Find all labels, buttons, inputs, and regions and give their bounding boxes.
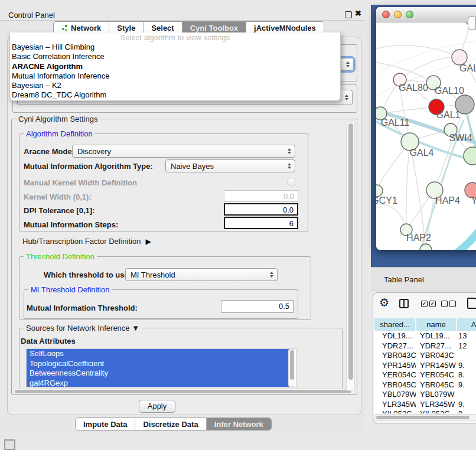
attribute-list-item[interactable]: BetweennessCentrality <box>27 369 289 379</box>
network-window-titlebar <box>376 7 476 22</box>
dpi-tolerance-label: DPI Tolerance [0,1]: <box>24 206 94 215</box>
hub-tf-definition-label: Hub/Transcription Factor Definition <box>22 237 141 246</box>
attribute-list-item[interactable]: gal4RGexp <box>27 379 289 388</box>
dropdown-item[interactable]: Mutual Information Inference <box>10 71 340 81</box>
apply-button[interactable]: Apply <box>139 400 175 413</box>
mi-threshold-field[interactable]: 0.5 <box>221 300 294 313</box>
tab-label: Select <box>151 24 174 32</box>
columns-icon[interactable] <box>399 299 409 308</box>
network-canvas[interactable]: GALGAL80GAL10GAL1GAL11SWI4GAL4GCY1HAP4YH… <box>376 22 476 250</box>
collapse-down-icon[interactable]: ▼ <box>132 324 139 332</box>
network-node-label: GAL1 <box>436 110 461 120</box>
tab-label: Impute Data <box>83 420 127 429</box>
column-header[interactable]: A <box>457 318 476 331</box>
cell-name: YER054C <box>416 370 457 380</box>
deselect-checkbox-icon[interactable] <box>441 301 448 307</box>
table-row[interactable]: YBL079W YBL079W <box>374 390 476 400</box>
export-table-icon[interactable] <box>467 298 476 309</box>
selected-value: Naive Bayes <box>171 162 214 171</box>
cell-name: YBR043C <box>416 351 457 361</box>
mi-threshold-label: Mutual Information Threshold: <box>27 304 138 312</box>
kernel-width-field[interactable]: 0.0 <box>224 190 298 202</box>
network-node[interactable] <box>455 95 474 114</box>
attribute-list-item[interactable]: SelfLoops <box>27 349 289 359</box>
settings-vertical-scrollbar[interactable] <box>346 122 355 391</box>
manual-kernel-width-label: Manual Kernel Width Definition <box>24 178 137 187</box>
cyni-algorithm-settings-group: Cyni Algorithm Settings Algorithm Defini… <box>11 119 357 395</box>
data-attributes-list[interactable]: SelfLoops TopologicalCoefficient Between… <box>26 348 296 387</box>
table-panel-title: Table Panel <box>384 275 424 284</box>
dropdown-item[interactable]: ARACNE Algorithm <box>10 62 340 71</box>
table-row[interactable]: YPR145W YPR145W 9. <box>374 361 476 371</box>
dropdown-item[interactable]: Bayesian – K2 <box>10 81 340 90</box>
table-row[interactable]: YDL19... YDL19... 13 <box>374 331 476 341</box>
sources-title: Sources for Network Inference <box>26 324 130 332</box>
dpi-tolerance-field[interactable]: 0.0 <box>224 203 298 216</box>
tab-label: Style <box>117 24 135 32</box>
aracne-mode-select[interactable]: Discovery <box>72 145 295 158</box>
column-header[interactable]: name <box>416 318 456 331</box>
cell-value: 13 <box>457 331 476 341</box>
minimize-window-icon[interactable] <box>394 11 402 18</box>
cell-value: 9. <box>457 400 476 410</box>
combo-arrows-icon <box>288 148 291 154</box>
select-all-checkbox-icon[interactable]: ✓ <box>429 301 436 307</box>
mi-steps-field[interactable]: 6 <box>224 217 298 229</box>
kernel-width-label: Kernel Width (0,1): <box>24 193 92 201</box>
dropdown-item[interactable]: Basic Correlation Inference <box>10 52 340 61</box>
cell-shared-name: YDR27... <box>374 341 416 351</box>
attributes-scrollbar[interactable] <box>288 349 295 387</box>
which-threshold-select[interactable]: MI Threshold <box>125 268 278 281</box>
table-row[interactable]: YLR345W YLR345W 9. <box>374 400 476 410</box>
settings-horizontal-scrollbar[interactable] <box>13 388 354 394</box>
bottom-tab[interactable]: Impute Data <box>76 418 135 430</box>
control-panel-tab[interactable]: Style <box>109 22 143 34</box>
close-panel-icon[interactable]: ✖ <box>355 9 361 18</box>
bottom-tab[interactable]: Discretize Data <box>135 418 206 430</box>
deselect-checkbox-icon[interactable] <box>449 301 456 307</box>
attribute-list-item[interactable]: TopologicalCoefficient <box>27 359 289 369</box>
network-node-label: HAP2 <box>406 233 431 243</box>
network-node-label: GAL <box>459 63 476 73</box>
table-row[interactable]: YBR043C YBR043C <box>374 351 476 361</box>
manual-kernel-width-checkbox[interactable] <box>288 178 295 185</box>
float-panel-icon[interactable] <box>345 11 352 18</box>
control-panel-tab[interactable]: Select <box>143 22 181 34</box>
network-window[interactable]: GALGAL80GAL10GAL1GAL11SWI4GAL4GCY1HAP4YH… <box>376 7 476 250</box>
mi-steps-label: Mutual Information Steps: <box>24 220 118 229</box>
control-panel-tab[interactable]: jActiveMNodules <box>246 22 324 34</box>
mi-algorithm-type-select[interactable]: Naive Bayes <box>165 159 295 172</box>
control-panel-tab[interactable]: Network <box>54 22 109 34</box>
column-header[interactable]: shared... <box>374 318 415 331</box>
application-root: Control Panel ✖ Network Style Select Cyn… <box>0 0 476 450</box>
table-row[interactable]: YDR27... YDR27... 12 <box>374 341 476 351</box>
table-row[interactable]: YER054C YER054C 8. <box>374 370 476 380</box>
gear-icon[interactable]: ⚙ <box>379 296 389 309</box>
cell-name: YIL052C <box>416 409 457 413</box>
selected-value: MI Threshold <box>131 270 175 279</box>
collapsed-panel-icon[interactable] <box>4 439 15 450</box>
cell-name: YDL19... <box>416 331 457 341</box>
network-node[interactable] <box>464 147 476 165</box>
cell-value <box>457 351 476 361</box>
window-edge-handle[interactable] <box>468 17 476 30</box>
cell-shared-name: YBL079W <box>374 390 416 400</box>
table-row[interactable]: YIL052C YIL052C 9. <box>374 409 476 413</box>
table-row[interactable]: YBR045C YBR045C 9. <box>374 380 476 390</box>
dropdown-item[interactable]: Dream8 DC_TDC Algorithm <box>10 90 340 100</box>
group-title: Cyni Algorithm Settings <box>16 115 100 123</box>
cell-shared-name: YBR045C <box>374 380 416 390</box>
which-threshold-label: Which threshold to use: <box>44 270 131 279</box>
bottom-tab[interactable]: Infer Network <box>206 418 271 430</box>
combo-arrows-icon <box>346 61 350 67</box>
dropdown-item[interactable]: Bayesian – Hill Climbing <box>10 43 340 52</box>
control-panel-tab[interactable]: Cyni Toolbox <box>182 22 246 34</box>
zoom-window-icon[interactable] <box>406 11 413 18</box>
close-window-icon[interactable] <box>382 11 390 18</box>
network-node-gcy1[interactable] <box>376 185 383 197</box>
table-horizontal-scrollbar[interactable] <box>374 414 476 420</box>
select-all-checkbox-icon[interactable]: ✓ <box>421 301 428 307</box>
cell-value: 8. <box>457 370 476 380</box>
hub-tf-definition-toggle[interactable]: Hub/Transcription Factor Definition▶ <box>22 237 151 246</box>
combo-arrows-icon <box>288 163 291 169</box>
